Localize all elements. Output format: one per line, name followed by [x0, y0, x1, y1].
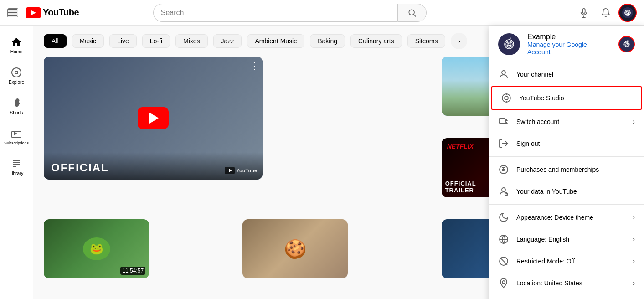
dropdown-top-avatar-icon [618, 36, 635, 52]
svg-point-32 [502, 281, 505, 284]
filter-music[interactable]: Music [72, 34, 104, 48]
svg-point-5 [622, 7, 633, 18]
header-right [575, 4, 637, 22]
svg-point-27 [502, 188, 505, 191]
dropdown-avatar [498, 33, 520, 55]
location-icon [498, 278, 509, 289]
play-triangle-icon [149, 113, 159, 124]
youtube-logo-icon [26, 7, 41, 18]
sidebar-item-home[interactable]: Home [1, 31, 32, 60]
spiral-icon-small [621, 39, 632, 50]
filter-mixes[interactable]: Mixes [175, 34, 208, 48]
switch-account-icon [498, 116, 509, 127]
sidebar-subscriptions-label: Subscriptions [4, 141, 29, 145]
svg-point-2 [409, 10, 414, 15]
video-main[interactable]: OFFICIAL ⋮ YouTube [44, 57, 263, 180]
sidebar-item-library[interactable]: Library [1, 153, 32, 181]
notifications-button[interactable] [597, 4, 615, 22]
home-icon [11, 36, 22, 47]
dropdown-restricted[interactable]: Restricted Mode: Off › [489, 250, 644, 272]
play-button[interactable] [138, 107, 169, 129]
divider-1 [489, 156, 644, 157]
svg-point-7 [15, 71, 18, 74]
hamburger-menu[interactable] [7, 8, 18, 17]
spiral-icon-large [501, 36, 517, 52]
svg-point-24 [505, 96, 508, 100]
sidebar-shorts-label: Shorts [10, 110, 23, 115]
dropdown-user-info: Example Manage your Google Account [527, 33, 611, 56]
filter-culinary[interactable]: Culinary arts [350, 34, 402, 48]
search-input[interactable] [153, 4, 397, 22]
sign-out-icon [498, 138, 509, 149]
youtube-logo[interactable]: YouTube [26, 7, 79, 18]
svg-point-17 [622, 39, 632, 49]
header: YouTube [0, 0, 644, 26]
library-icon [11, 158, 22, 169]
duration-badge-2: 11:54:57 [120, 267, 145, 275]
appearance-label: Appearance: Device theme [516, 214, 625, 221]
restricted-icon [498, 256, 509, 267]
appearance-arrow: › [633, 213, 635, 222]
sidebar-library-label: Library [10, 171, 24, 176]
svg-rect-25 [499, 119, 505, 123]
your-channel-label: Your channel [516, 71, 635, 78]
filter-baking[interactable]: Baking [310, 34, 345, 48]
filter-lofi[interactable]: Lo-fi [142, 34, 170, 48]
mic-button[interactable] [575, 4, 593, 22]
filter-jazz[interactable]: Jazz [213, 34, 242, 48]
divider-3 [489, 296, 644, 296]
purchases-label: Purchases and memberships [516, 166, 635, 173]
filter-all[interactable]: All [44, 34, 67, 48]
svg-point-23 [502, 94, 510, 102]
header-left: YouTube [7, 7, 79, 18]
dropdown-youtube-studio[interactable]: YouTube Studio [491, 86, 642, 110]
video-animated[interactable]: 🐸 11:54:57 [44, 219, 149, 278]
bell-icon [601, 8, 611, 18]
switch-account-label: Switch account [516, 118, 625, 125]
restricted-label: Restricted Mode: Off [516, 258, 625, 265]
account-dropdown: Example Manage your Google Account Your … [489, 26, 644, 299]
filter-ambient[interactable]: Ambient Music [247, 34, 304, 48]
svg-rect-4 [582, 8, 585, 13]
youtube-logo-text: YouTube [43, 7, 79, 18]
sidebar-item-shorts[interactable]: Shorts [1, 92, 32, 121]
purchases-icon [498, 164, 509, 175]
location-label: Location: United States [516, 279, 625, 287]
dropdown-location[interactable]: Location: United States › [489, 272, 644, 294]
appearance-icon [498, 212, 509, 223]
play-overlay [44, 57, 263, 180]
dropdown-username: Example [527, 33, 611, 41]
sidebar: Home Explore Shorts Subscriptions Librar… [0, 26, 33, 299]
dropdown-sign-out[interactable]: Sign out [489, 133, 644, 155]
user-avatar-button[interactable] [618, 4, 637, 22]
location-arrow: › [633, 279, 635, 287]
sign-out-label: Sign out [516, 140, 635, 147]
search-bar [153, 4, 427, 22]
dropdown-your-data[interactable]: Your data in YouTube [489, 180, 644, 202]
dropdown-purchases[interactable]: Purchases and memberships [489, 159, 644, 180]
video-food[interactable]: 🍪 [242, 219, 348, 278]
sidebar-home-label: Home [10, 49, 23, 54]
dropdown-switch-account[interactable]: Switch account › [489, 111, 644, 133]
switch-account-arrow: › [633, 118, 635, 126]
shorts-icon [11, 98, 22, 108]
filter-next-arrow[interactable]: › [451, 33, 467, 49]
your-data-label: Your data in YouTube [516, 188, 635, 195]
spiral-avatar-icon [621, 6, 634, 19]
manage-account-link[interactable]: Manage your Google Account [527, 41, 611, 56]
svg-rect-8 [12, 131, 21, 138]
subscriptions-icon [11, 128, 22, 139]
sidebar-item-explore[interactable]: Explore [1, 62, 32, 90]
dropdown-your-channel[interactable]: Your channel [489, 63, 644, 85]
search-button[interactable] [397, 4, 427, 22]
data-icon [498, 186, 509, 197]
svg-point-22 [502, 71, 505, 74]
sidebar-item-subscriptions[interactable]: Subscriptions [1, 123, 32, 151]
dropdown-language[interactable]: Language: English › [489, 228, 644, 250]
filter-sitcoms[interactable]: Sitcoms [407, 34, 446, 48]
sidebar-explore-label: Explore [9, 80, 24, 85]
dropdown-appearance[interactable]: Appearance: Device theme › [489, 206, 644, 228]
filter-live[interactable]: Live [109, 34, 137, 48]
mic-icon [579, 8, 589, 18]
restricted-arrow: › [633, 257, 635, 265]
